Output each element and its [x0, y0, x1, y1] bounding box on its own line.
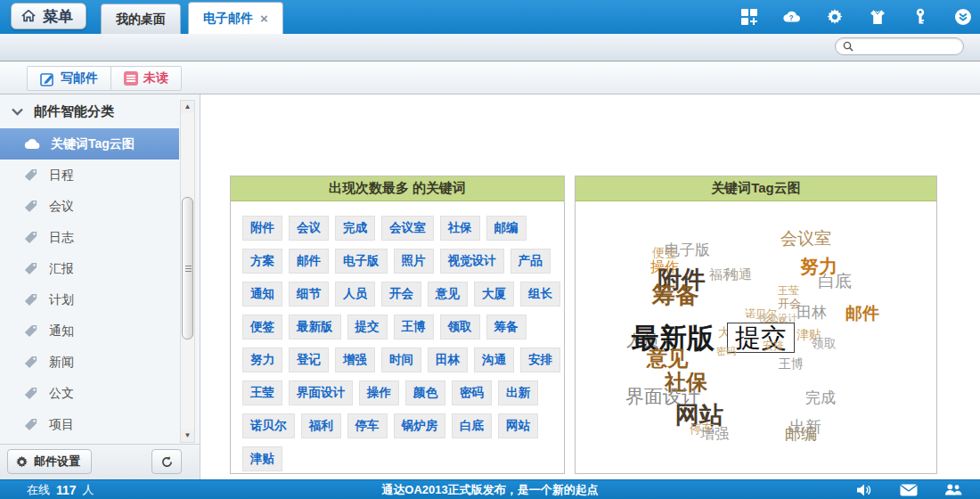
menu-button[interactable]: 菜单	[11, 3, 86, 29]
keyword-button[interactable]: 最新版	[289, 315, 341, 339]
keyword-button[interactable]: 附件	[242, 216, 282, 241]
keyword-button[interactable]: 社保	[440, 216, 480, 241]
keyword-button[interactable]: 筹备	[486, 315, 527, 339]
keyword-button[interactable]: 增强	[335, 348, 375, 372]
keyword-button[interactable]: 颜色	[405, 380, 445, 405]
keyword-button[interactable]: 操作	[359, 380, 399, 405]
keyword-button[interactable]: 领取	[440, 315, 480, 339]
keyword-button[interactable]: 时间	[381, 348, 421, 372]
keyword-button[interactable]: 意见	[428, 282, 468, 307]
keyword-button[interactable]: 王莹	[242, 380, 282, 405]
sidebar-item[interactable]: 项目	[0, 409, 200, 440]
keyword-button[interactable]: 邮编	[486, 216, 527, 241]
speaker-icon[interactable]	[855, 483, 873, 497]
keyword-button[interactable]: 努力	[242, 348, 282, 372]
tagcloud-word[interactable]: 密码	[716, 347, 736, 357]
scroll-up-arrow[interactable]: ▲	[181, 101, 194, 113]
keyword-button[interactable]: 通知	[242, 282, 282, 307]
keyword-button[interactable]: 电子版	[335, 249, 388, 274]
keyword-button[interactable]: 锅炉房	[394, 413, 446, 438]
sidebar-item[interactable]: 日志	[0, 222, 200, 253]
sidebar-item[interactable]: 日程	[0, 160, 200, 191]
keyword-button[interactable]: 停车	[347, 413, 388, 438]
keyword-button[interactable]: 福利	[301, 413, 341, 438]
cloud-icon	[23, 138, 40, 150]
sidebar-item[interactable]: 计划	[0, 284, 200, 315]
keyword-button[interactable]: 便签	[242, 315, 282, 339]
keyword-button[interactable]: 人员	[335, 282, 375, 307]
keyword-button[interactable]: 诺贝尔	[242, 413, 295, 438]
sidebar-item[interactable]: 通知	[0, 315, 200, 347]
keyword-button[interactable]: 大厦	[474, 282, 514, 307]
keyword-button[interactable]: 细节	[289, 282, 329, 307]
tagcloud-word[interactable]: 王博	[779, 357, 804, 371]
apps-grid-icon[interactable]	[739, 7, 759, 27]
tagcloud-word[interactable]: 邮编	[785, 426, 817, 443]
keyword-button[interactable]: 方案	[242, 249, 282, 274]
keyword-button[interactable]: 提交	[347, 315, 388, 339]
keyword-button[interactable]: 登记	[289, 348, 329, 372]
tagcloud-word[interactable]: 安排	[763, 340, 784, 352]
tagcloud-word[interactable]: 邮件	[845, 305, 879, 323]
sidebar-item-tagcloud[interactable]: 关键词Tag云图	[0, 128, 179, 160]
theme-shirt-icon[interactable]	[868, 7, 887, 27]
tagcloud-word[interactable]: 筹备	[652, 283, 698, 307]
tab-email[interactable]: 电子邮件 ×	[188, 2, 283, 34]
users-icon[interactable]	[944, 483, 962, 497]
tagcloud-word[interactable]: 白底	[818, 273, 852, 290]
scroll-down-arrow[interactable]: ▼	[181, 429, 194, 442]
tagcloud-word[interactable]: 沟通	[725, 267, 752, 282]
tab-close-icon[interactable]: ×	[260, 11, 268, 26]
keyword-button[interactable]: 界面设计	[289, 380, 353, 405]
keyword-button[interactable]: 会议室	[381, 216, 434, 241]
keyword-button[interactable]: 白底	[452, 413, 492, 438]
keyword-button[interactable]: 田林	[428, 348, 468, 372]
keyword-button[interactable]: 组长	[520, 282, 560, 307]
tab-my-desktop[interactable]: 我的桌面	[101, 4, 181, 34]
collapse-chevrons-icon[interactable]	[953, 7, 973, 27]
help-cloud-icon[interactable]: ?	[782, 7, 802, 27]
scrollbar-thumb[interactable]	[182, 197, 193, 339]
keyword-button[interactable]: 会议	[289, 216, 329, 241]
tagcloud-word[interactable]: 意见	[647, 348, 688, 369]
key-icon[interactable]	[911, 7, 930, 27]
settings-gear-icon[interactable]	[825, 7, 845, 27]
keyword-button[interactable]: 津贴	[242, 446, 282, 471]
keyword-button[interactable]: 完成	[335, 216, 375, 241]
keyword-button[interactable]: 产品	[510, 249, 551, 274]
refresh-button[interactable]	[151, 449, 182, 474]
keyword-button[interactable]: 安排	[520, 348, 560, 372]
keyword-button[interactable]: 视觉设计	[440, 249, 504, 274]
mail-icon[interactable]	[900, 483, 918, 497]
tagcloud-word[interactable]: 完成	[805, 390, 836, 406]
sidebar-item[interactable]: 会议	[0, 191, 200, 222]
tagcloud-panel: 关键词Tag云图 便签电子版会议室操作福利沟通努力附件白底筹备王莹开会诺贝尔视觉…	[575, 176, 937, 474]
sidebar-section-header[interactable]: 邮件智能分类	[0, 94, 200, 128]
keyword-button[interactable]: 密码	[452, 380, 492, 405]
tagcloud-word[interactable]: 增强	[700, 427, 729, 442]
sidebar-item-label: 日志	[49, 230, 74, 246]
sidebar-item[interactable]: 汇报	[0, 253, 200, 284]
keyword-button[interactable]: 沟通	[474, 348, 514, 372]
keyword-button[interactable]: 照片	[394, 249, 434, 274]
tagcloud-word[interactable]: 领取	[812, 337, 837, 350]
keyword-button[interactable]: 王博	[394, 315, 434, 339]
tagcloud-word[interactable]: 电子版	[665, 242, 710, 258]
keyword-button[interactable]: 网站	[498, 413, 538, 438]
keyword-button[interactable]: 邮件	[289, 249, 329, 274]
sidebar-scrollbar[interactable]: ▲ ▼	[180, 100, 195, 443]
tagcloud-word[interactable]: 会议室	[780, 230, 831, 248]
compose-mail-button[interactable]: 写邮件	[28, 67, 110, 90]
sidebar-item[interactable]: 公文	[0, 378, 200, 409]
tagcloud-word[interactable]: 田林	[796, 305, 827, 321]
tagcloud-word[interactable]: 提交	[727, 323, 795, 353]
unread-mail-button[interactable]: 未读	[110, 67, 181, 90]
sidebar-item[interactable]: 新闻	[0, 347, 200, 378]
keyword-button[interactable]: 出新	[498, 380, 538, 405]
mail-settings-button[interactable]: 邮件设置	[7, 449, 92, 474]
keyword-button[interactable]: 开会	[381, 282, 421, 307]
online-prefix: 在线	[27, 482, 50, 498]
tagcloud-word[interactable]: 王莹	[778, 285, 799, 297]
search-box[interactable]	[835, 37, 964, 55]
search-input[interactable]	[858, 40, 956, 53]
